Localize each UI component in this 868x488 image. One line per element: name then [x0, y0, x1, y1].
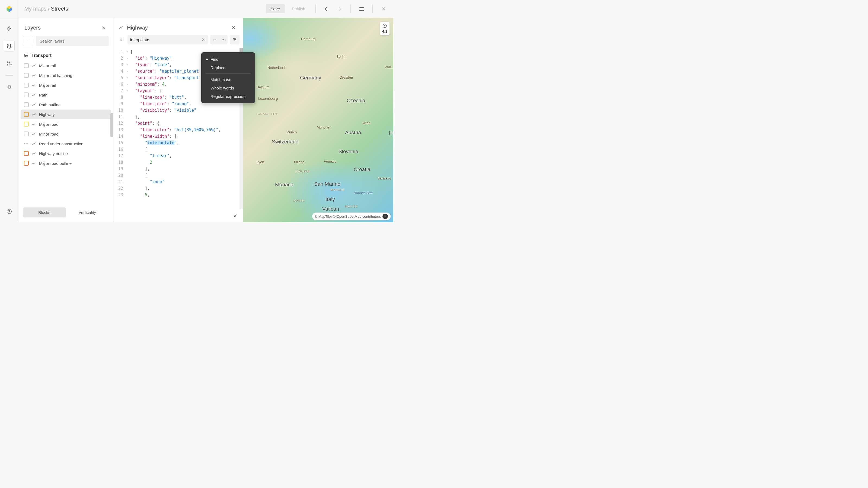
- fold-column: ▾▾▾▾▾▾▾: [126, 48, 130, 209]
- zoom-indicator[interactable]: 4.1: [380, 22, 390, 35]
- find-settings-button[interactable]: [230, 35, 240, 44]
- layer-item[interactable]: Highway: [21, 109, 111, 119]
- svg-point-2: [25, 56, 26, 57]
- ctx-find[interactable]: Find: [201, 55, 255, 63]
- rail-help[interactable]: [4, 206, 14, 217]
- back-button[interactable]: [321, 3, 332, 14]
- layer-item[interactable]: Major rail hatching: [21, 70, 111, 80]
- line-chart-icon: [119, 25, 124, 30]
- layers-icon: [6, 43, 12, 49]
- layer-visibility-checkbox[interactable]: [24, 151, 29, 156]
- layer-visibility-checkbox[interactable]: [24, 73, 29, 78]
- menu-button[interactable]: [356, 3, 367, 14]
- find-next-button[interactable]: [210, 35, 219, 44]
- filter-icon: [232, 37, 237, 42]
- sliders-icon: [6, 61, 12, 66]
- save-button[interactable]: Save: [266, 4, 285, 13]
- layer-visibility-checkbox[interactable]: [24, 63, 29, 68]
- close-layers-panel[interactable]: [101, 24, 107, 31]
- map-label: Hamburg: [301, 37, 315, 41]
- layers-scrollbar[interactable]: [111, 113, 113, 137]
- layer-visibility-checkbox[interactable]: [24, 122, 29, 127]
- map-label: Vatican: [322, 206, 339, 212]
- map-label: Czechia: [347, 98, 365, 104]
- arrow-left-icon: [323, 6, 330, 12]
- layer-item[interactable]: Minor road: [21, 129, 111, 139]
- info-icon[interactable]: i: [382, 214, 388, 219]
- clear-find-button[interactable]: [201, 37, 205, 42]
- rail-lightning[interactable]: [4, 23, 14, 34]
- rail-settings[interactable]: [4, 58, 14, 69]
- ctx-regex[interactable]: Regular expression: [201, 92, 255, 101]
- divider: [315, 5, 316, 13]
- layer-item[interactable]: •••Road under construction: [21, 139, 111, 149]
- layer-dots-icon: •••: [24, 141, 29, 146]
- layer-label: Major rail: [39, 83, 56, 88]
- layer-item[interactable]: Path outline: [21, 100, 111, 109]
- breadcrumb-current: Streets: [51, 6, 68, 12]
- layer-label: Highway outline: [39, 151, 68, 156]
- code-panel-title: Highway: [127, 25, 148, 31]
- map-label: Monaco: [275, 182, 293, 188]
- line-chart-icon: [31, 122, 36, 127]
- map-canvas[interactable]: NetherlandsBelgiumLuxembourgHamburgBerli…: [243, 18, 393, 222]
- svg-point-3: [27, 56, 27, 57]
- layer-item[interactable]: Path: [21, 90, 111, 100]
- search-layers-input[interactable]: [36, 36, 109, 46]
- close-code-panel[interactable]: [230, 24, 237, 31]
- close-icon: [201, 37, 205, 42]
- svg-point-5: [235, 39, 236, 40]
- close-find-button[interactable]: [117, 35, 125, 44]
- topbar: My maps / Streets Save Publish: [0, 0, 393, 18]
- tab-blocks[interactable]: Blocks: [23, 207, 66, 218]
- ctx-whole-words[interactable]: Whole words: [201, 84, 255, 92]
- breadcrumb-root[interactable]: My maps: [24, 6, 46, 12]
- rail-extensions[interactable]: [4, 82, 14, 93]
- close-window-button[interactable]: [378, 3, 389, 14]
- find-bar: [113, 35, 243, 48]
- map-label: München: [317, 125, 331, 129]
- tab-verticality[interactable]: Verticality: [66, 207, 109, 218]
- find-prev-button[interactable]: [219, 35, 227, 44]
- close-icon: [231, 25, 236, 30]
- forward-button[interactable]: [334, 3, 345, 14]
- layer-visibility-checkbox[interactable]: [24, 112, 29, 117]
- ctx-replace[interactable]: Replace: [201, 63, 255, 72]
- close-icon: [233, 214, 238, 218]
- map-label: Dresden: [340, 75, 353, 79]
- svg-point-0: [7, 209, 11, 214]
- layer-item[interactable]: Minor rail: [21, 61, 111, 70]
- map-label: Pola: [384, 65, 392, 69]
- layer-item[interactable]: Major rail: [21, 80, 111, 90]
- map-label: MARCHE: [330, 188, 345, 191]
- layer-visibility-checkbox[interactable]: [24, 83, 29, 88]
- find-input[interactable]: [130, 37, 201, 42]
- layer-group-header[interactable]: Transport: [21, 51, 111, 61]
- layer-visibility-checkbox[interactable]: [24, 102, 29, 107]
- ctx-match-case[interactable]: Match case: [201, 75, 255, 84]
- line-chart-icon: [31, 83, 36, 88]
- layer-item[interactable]: Highway outline: [21, 149, 111, 158]
- layer-visibility-checkbox[interactable]: [24, 161, 29, 166]
- layer-item[interactable]: Major road outline: [21, 158, 111, 168]
- map-label: Luxembourg: [258, 97, 278, 101]
- close-code-footer[interactable]: [232, 213, 239, 219]
- layers-panel: Layers Transport Minor railMajor rail ha…: [19, 18, 113, 222]
- map-label: Zürich: [287, 130, 297, 134]
- close-icon: [101, 25, 106, 30]
- map-attribution[interactable]: © MapTiler © OpenStreetMap contributors …: [312, 213, 391, 220]
- layer-list[interactable]: Transport Minor railMajor rail hatchingM…: [19, 51, 113, 204]
- rail-layers[interactable]: [4, 41, 14, 52]
- add-layer-button[interactable]: [23, 36, 33, 46]
- layer-visibility-checkbox[interactable]: [24, 131, 29, 136]
- app-logo[interactable]: [0, 0, 19, 18]
- map-label: Sarajevo: [377, 176, 391, 180]
- map-label: GRAND EST: [258, 112, 278, 116]
- layer-item[interactable]: Major road: [21, 119, 111, 129]
- layer-visibility-checkbox[interactable]: [24, 93, 29, 97]
- svg-point-4: [234, 38, 235, 39]
- map-label: CORSE: [293, 199, 305, 202]
- publish-button[interactable]: Publish: [287, 4, 310, 13]
- map-label: Milano: [294, 160, 304, 164]
- code-panel: Highway 123456789101112131415161: [113, 18, 243, 222]
